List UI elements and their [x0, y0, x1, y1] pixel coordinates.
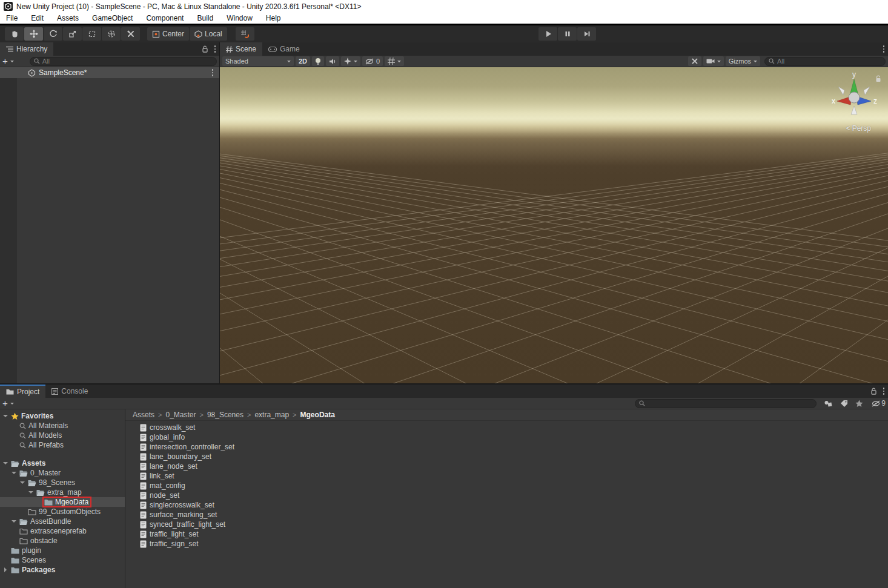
file-list[interactable]: crosswalk_setglobal_infointersection_con… — [125, 421, 888, 588]
file-row[interactable]: crosswalk_set — [125, 423, 888, 432]
scene-lighting-toggle[interactable] — [312, 56, 324, 66]
file-row[interactable]: node_set — [125, 491, 888, 500]
menu-build[interactable]: Build — [197, 14, 213, 22]
lock-icon[interactable] — [870, 388, 877, 395]
project-create-button[interactable]: + — [2, 400, 8, 406]
tree-item-mgeodata[interactable]: MgeoData — [0, 497, 125, 507]
lock-icon[interactable] — [202, 45, 208, 53]
tab-project[interactable]: Project — [0, 385, 45, 398]
project-menu-kebab-icon[interactable] — [882, 386, 886, 396]
tree-item-obstacle[interactable]: obstacle — [0, 536, 125, 546]
tree-item-packages[interactable]: Packages — [0, 565, 125, 575]
rotate-tool-button[interactable] — [44, 27, 62, 41]
foldout-icon[interactable] — [11, 469, 17, 477]
menu-window[interactable]: Window — [227, 14, 253, 22]
tree-item-all-prefabs[interactable]: All Prefabs — [0, 440, 125, 450]
pan-tool-button[interactable] — [5, 27, 24, 41]
tab-hierarchy[interactable]: Hierarchy — [0, 42, 53, 56]
foldout-icon[interactable] — [28, 489, 34, 496]
file-row[interactable]: lane_boundary_set — [125, 452, 888, 461]
move-tool-button[interactable] — [24, 27, 43, 41]
tree-item-99-customobjects[interactable]: 99_CustomObjects — [0, 507, 125, 517]
tree-item-0-master[interactable]: 0_Master — [0, 468, 125, 478]
tree-item-all-materials[interactable]: All Materials — [0, 421, 125, 431]
scene-menu-kebab-icon[interactable] — [882, 44, 886, 54]
foldout-icon[interactable] — [2, 460, 8, 467]
create-dropdown-icon[interactable] — [10, 61, 14, 64]
tree-item-plugin[interactable]: plugin — [0, 546, 125, 555]
file-row[interactable]: synced_traffic_light_set — [125, 520, 888, 529]
file-row[interactable]: singlecrosswalk_set — [125, 500, 888, 510]
hierarchy-search-input[interactable] — [42, 58, 213, 65]
file-row[interactable]: intersection_controller_set — [125, 442, 888, 452]
rect-tool-button[interactable] — [82, 27, 101, 41]
foldout-icon[interactable] — [2, 412, 8, 420]
grid-visibility-button[interactable] — [385, 56, 404, 66]
menu-gameobject[interactable]: GameObject — [92, 14, 133, 22]
hidden-packages-button[interactable]: 9 — [872, 399, 886, 408]
hierarchy-scene-row[interactable]: SampleScene* — [0, 67, 219, 78]
tree-item-scenes[interactable]: Scenes — [0, 555, 125, 565]
projection-toggle[interactable]: < Persp — [846, 124, 871, 133]
project-create-dropdown-icon[interactable] — [10, 403, 14, 406]
scene-viewport[interactable]: y x z < Persp — [220, 67, 888, 383]
breadcrumb-0-master[interactable]: 0_Master — [165, 411, 196, 419]
project-search-input[interactable] — [648, 400, 812, 407]
foldout-icon[interactable] — [2, 567, 8, 572]
foldout-icon[interactable] — [19, 479, 25, 486]
search-by-type-icon[interactable] — [824, 400, 833, 408]
file-row[interactable]: surface_marking_set — [125, 510, 888, 520]
shading-mode-dropdown[interactable]: Shaded — [222, 56, 294, 66]
search-by-label-icon[interactable] — [840, 400, 848, 408]
tree-item-assetbundle[interactable]: AssetBundle — [0, 517, 125, 526]
step-button[interactable] — [577, 27, 596, 41]
file-row[interactable]: traffic_sign_set — [125, 539, 888, 549]
effects-dropdown-icon[interactable] — [354, 61, 357, 64]
tab-console[interactable]: Console — [45, 385, 94, 398]
favorites-star-icon[interactable] — [855, 400, 863, 408]
scene-audio-toggle[interactable] — [326, 56, 339, 66]
file-row[interactable]: global_info — [125, 432, 888, 442]
scene-camera-settings-button[interactable] — [703, 56, 724, 66]
tab-scene[interactable]: Scene — [220, 42, 262, 56]
menu-component[interactable]: Component — [146, 14, 184, 22]
foldout-icon[interactable] — [11, 518, 17, 525]
tree-item-favorites[interactable]: Favorites — [0, 411, 125, 421]
pivot-toggle-button[interactable]: Center — [147, 27, 189, 41]
scene-effects-toggle[interactable] — [341, 56, 360, 66]
tree-item-98-scenes[interactable]: 98_Scenes — [0, 478, 125, 487]
breadcrumb-extra-map[interactable]: extra_map — [254, 411, 289, 419]
hierarchy-menu-kebab-icon[interactable] — [213, 44, 217, 54]
hierarchy-body[interactable] — [0, 78, 219, 383]
grid-dropdown-icon[interactable] — [397, 61, 401, 64]
project-search-field[interactable] — [635, 399, 817, 408]
menu-help[interactable]: Help — [266, 14, 281, 22]
breadcrumb-mgeodata[interactable]: MgeoData — [300, 411, 335, 419]
grid-snapping-button[interactable] — [236, 27, 254, 41]
hierarchy-search-field[interactable] — [30, 57, 217, 66]
scene-orientation-gizmo[interactable]: y x z — [829, 71, 880, 122]
pause-button[interactable] — [558, 27, 577, 41]
gizmo-lock-icon[interactable] — [875, 75, 882, 83]
hidden-objects-button[interactable]: 0 — [362, 56, 383, 66]
scene-search-input[interactable] — [777, 58, 881, 65]
scene-row-kebab-icon[interactable] — [211, 68, 215, 78]
scale-tool-button[interactable] — [63, 27, 82, 41]
file-row[interactable]: traffic_light_set — [125, 529, 888, 539]
scene-search-field[interactable] — [764, 57, 886, 66]
menu-assets[interactable]: Assets — [57, 14, 79, 22]
tree-item-extrasceneprefab[interactable]: extrasceneprefab — [0, 526, 125, 536]
menu-edit[interactable]: Edit — [31, 14, 44, 22]
tree-item-all-models[interactable]: All Models — [0, 431, 125, 440]
toggle-2d-button[interactable]: 2D — [296, 56, 310, 66]
tree-item-assets[interactable]: Assets — [0, 458, 125, 468]
orientation-toggle-button[interactable]: Local — [190, 27, 227, 41]
custom-tools-button[interactable] — [121, 27, 140, 41]
create-button[interactable]: + — [2, 58, 8, 64]
tab-game[interactable]: Game — [262, 42, 306, 56]
menu-file[interactable]: File — [6, 14, 18, 22]
transform-tool-button[interactable] — [102, 27, 121, 41]
play-button[interactable] — [538, 27, 557, 41]
file-row[interactable]: link_set — [125, 471, 888, 481]
tree-item-extra-map[interactable]: extra_map — [0, 487, 125, 497]
